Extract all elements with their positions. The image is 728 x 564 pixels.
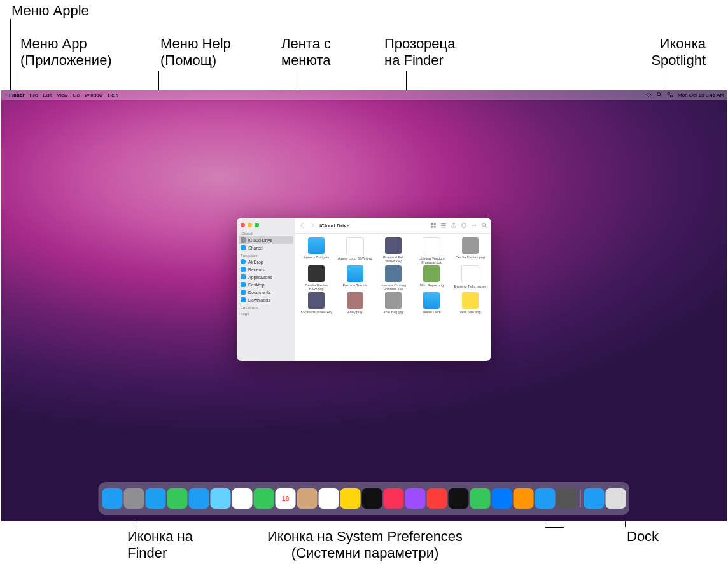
svg-point-12 [472,225,473,226]
file-label: Abby.png [347,310,362,314]
menu-window[interactable]: Window [85,92,102,98]
svg-rect-8 [441,223,446,224]
forward-button[interactable] [309,222,316,229]
file-item[interactable]: Talent Deck [413,292,450,314]
menu-view[interactable]: View [57,92,67,98]
file-label: Fashion Trends [343,283,367,287]
callout-help-menu: Меню Help (Помощ) [160,36,231,69]
tag-button[interactable] [461,222,467,229]
file-item[interactable]: Vera San.png [452,292,489,314]
sidebar-item-recents[interactable]: Recents [237,265,295,273]
dock-pages[interactable] [514,488,534,509]
sidebar-item-desktop[interactable]: Desktop [237,281,295,288]
window-controls [237,220,295,230]
dock-finder[interactable] [102,488,123,509]
svg-rect-7 [434,226,436,228]
dock-numbers[interactable] [470,488,491,509]
file-item[interactable]: Abby.png [336,292,373,314]
leader-line [10,19,11,95]
dock-separator [580,490,581,507]
svg-point-11 [462,223,466,228]
search-button[interactable] [481,222,487,229]
dock-calendar[interactable]: 18 [276,488,296,509]
file-label: Tote Bag.jpg [384,310,403,314]
menu-file[interactable]: File [29,92,38,98]
dock-trash[interactable] [606,488,626,509]
dock-podcasts[interactable] [405,488,426,509]
file-label: Cecilia Dantas.png [456,255,485,259]
file-item[interactable]: Lighting Vendors Proposal.doc [413,237,450,264]
control-center-icon[interactable] [667,92,673,99]
file-label: Interiors Casting Portraits.key [375,283,412,291]
zoom-button[interactable] [255,223,259,227]
svg-line-1 [660,95,662,97]
dock-contacts[interactable] [297,488,318,509]
sidebar-item-shared[interactable]: Shared [237,244,295,251]
leader-line [545,527,564,528]
sidebar-item-documents[interactable]: Documents [237,288,295,296]
file-item[interactable]: Proposal Fall Winter.key [375,237,412,264]
dock-mail[interactable] [189,488,209,509]
share-button[interactable] [451,222,457,229]
dock-safari[interactable] [146,488,166,509]
file-item[interactable]: Tote Bag.jpg [375,292,412,314]
file-item[interactable]: Fashion Trends [336,265,373,291]
action-button[interactable] [471,222,477,229]
callout-syspref-icon: Иконка на System Preferences (Системни п… [267,528,463,562]
file-grid: Agency BudgetsAgeny Logo B&W.pngProposal… [295,234,491,361]
menu-finder[interactable]: Finder [9,92,24,98]
callout-finder-window: Прозореца на Finder [384,36,455,69]
dock-messages[interactable] [167,488,188,509]
file-label: Cecilia Dantas B&W.png [298,283,335,291]
file-item[interactable]: Interiors Casting Portraits.key [375,265,412,291]
spotlight-icon[interactable] [656,92,662,99]
file-item[interactable]: Ageny Logo B&W.png [336,237,373,264]
back-button[interactable] [299,222,305,229]
dock-downloads[interactable] [584,488,605,509]
dock-launchpad[interactable] [124,488,144,509]
group-button[interactable] [440,222,447,229]
file-item[interactable]: Cecilia Dantas B&W.png [298,265,335,291]
menu-help[interactable]: Help [108,92,118,98]
file-item[interactable]: Cecilia Dantas.png [452,237,489,264]
window-title: iCloud Drive [319,223,349,229]
file-item[interactable]: Agency Budgets [298,237,335,264]
sidebar-item-icloud-drive[interactable]: iCloud Drive [239,236,293,244]
minimize-button[interactable] [248,223,252,227]
menu-edit[interactable]: Edit [43,92,52,98]
dock-notes[interactable] [340,488,361,509]
dock-news[interactable] [427,488,447,509]
wifi-icon[interactable] [645,92,652,99]
dock-music[interactable] [384,488,404,509]
svg-point-0 [657,92,661,95]
callout-finder-icon: Иконка на Finder [127,528,193,562]
svg-rect-6 [431,226,433,228]
svg-point-14 [475,225,477,226]
svg-line-16 [485,226,487,228]
file-item[interactable]: Locations Notes.key [298,292,335,314]
dock-facetime[interactable] [254,488,274,509]
menu-go[interactable]: Go [73,92,80,98]
file-item[interactable]: Evening Talks.pages [452,265,489,291]
sidebar-item-applications[interactable]: Applications [237,273,295,281]
file-label: Vera San.png [459,310,480,314]
dock-keynote[interactable] [492,488,512,509]
dock-stocks[interactable] [449,488,469,509]
file-label: Locations Notes.key [300,310,332,314]
svg-rect-10 [441,227,446,227]
file-label: Talent Deck [423,310,441,314]
view-icons-button[interactable] [430,222,437,229]
dock-photos[interactable] [232,488,253,509]
file-item[interactable]: Matt Roper.png [413,265,450,291]
svg-rect-4 [431,223,433,225]
dock-maps[interactable] [211,488,231,509]
sidebar-item-airdrop[interactable]: AirDrop [237,258,295,265]
dock-syspref[interactable] [557,488,577,509]
dock-reminders[interactable] [319,488,339,509]
sidebar-section-tags: Tags [237,310,295,316]
close-button[interactable] [241,223,245,227]
dock-appstore[interactable] [535,488,556,509]
sidebar-item-downloads[interactable]: Downloads [237,296,295,304]
dock-tv[interactable] [362,488,382,509]
clock[interactable]: Mon Oct 18 9:41 AM [678,92,724,98]
